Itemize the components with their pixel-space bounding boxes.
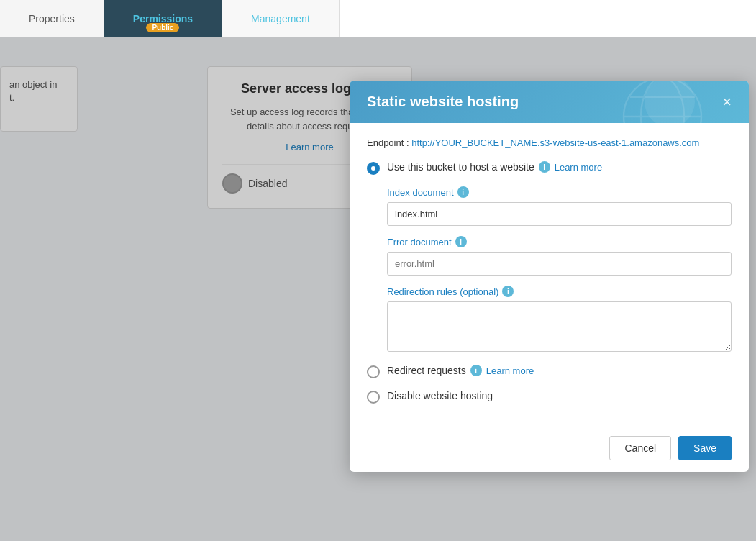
tab-management-label: Management — [251, 13, 310, 24]
radio-disable-label: Disable website hosting — [387, 390, 493, 401]
index-document-info-icon[interactable]: i — [457, 186, 469, 198]
index-document-label-text: Index document — [387, 187, 454, 198]
permissions-badge: Public — [146, 23, 179, 32]
host-website-learn-more[interactable]: Learn more — [555, 162, 602, 173]
modal-overlay: Static website hosting × Endpoint : http… — [0, 37, 756, 541]
redirect-learn-more[interactable]: Learn more — [486, 365, 534, 376]
static-website-hosting-modal: Static website hosting × Endpoint : http… — [350, 81, 749, 472]
svg-point-0 — [624, 81, 701, 155]
error-document-info-icon[interactable]: i — [455, 236, 467, 247]
modal-title: Static website hosting — [367, 94, 519, 110]
radio-redirect-requests[interactable] — [367, 365, 380, 378]
radio-disable-hosting[interactable] — [367, 391, 380, 404]
index-document-input[interactable] — [387, 202, 732, 226]
redirection-rules-textarea[interactable] — [387, 301, 732, 352]
tab-permissions[interactable]: Permissions Public — [104, 0, 222, 37]
svg-point-1 — [641, 81, 684, 155]
index-document-group: Index document i — [387, 186, 732, 226]
tab-properties-label: Properties — [29, 13, 75, 24]
endpoint-label: Endpoint : — [367, 137, 409, 148]
error-document-label: Error document i — [387, 236, 732, 247]
radio-host-website-label: Use this bucket to host a website i Lear… — [387, 161, 602, 173]
radio-redirect-label: Redirect requests i Learn more — [387, 365, 534, 376]
save-button[interactable]: Save — [678, 436, 732, 460]
radio-option-disable[interactable]: Disable website hosting — [367, 390, 732, 404]
redirect-info-icon[interactable]: i — [470, 365, 482, 376]
globe-decoration — [612, 81, 713, 160]
redirection-rules-info-icon[interactable]: i — [502, 286, 514, 297]
tab-management[interactable]: Management — [222, 0, 340, 37]
modal-body: Endpoint : http://YOUR_BUCKET_NAME.s3-we… — [350, 123, 749, 427]
radio-disable-text: Disable website hosting — [387, 390, 493, 401]
redirection-rules-group: Redirection rules (optional) i — [387, 286, 732, 355]
redirection-rules-label-text: Redirection rules (optional) — [387, 286, 498, 297]
error-document-group: Error document i — [387, 236, 732, 276]
radio-redirect-text: Redirect requests — [387, 365, 466, 376]
error-document-label-text: Error document — [387, 237, 452, 247]
redirection-rules-label: Redirection rules (optional) i — [387, 286, 732, 297]
error-document-input[interactable] — [387, 252, 732, 276]
modal-footer: Cancel Save — [350, 427, 749, 472]
tab-properties[interactable]: Properties — [0, 0, 104, 37]
radio-option-redirect[interactable]: Redirect requests i Learn more — [367, 365, 732, 378]
cancel-button[interactable]: Cancel — [609, 436, 671, 460]
tab-bar: Properties Permissions Public Management — [0, 0, 756, 37]
modal-close-button[interactable]: × — [722, 94, 732, 110]
host-website-info-icon[interactable]: i — [539, 161, 550, 173]
index-document-label: Index document i — [387, 186, 732, 198]
radio-host-website[interactable] — [367, 162, 380, 175]
radio-host-website-text: Use this bucket to host a website — [387, 161, 534, 173]
radio-option-host-website[interactable]: Use this bucket to host a website i Lear… — [367, 161, 732, 175]
modal-header: Static website hosting × — [350, 81, 749, 123]
